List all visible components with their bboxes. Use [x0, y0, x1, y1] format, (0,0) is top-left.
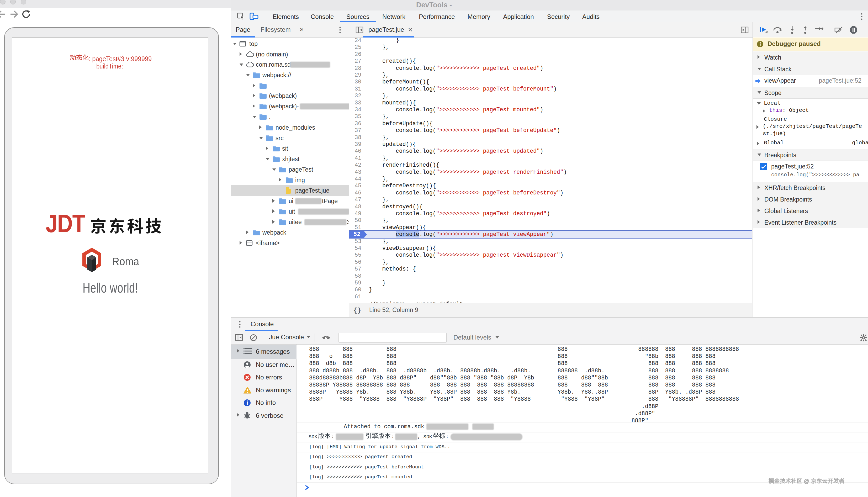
svg-text:{}: {} [353, 307, 361, 314]
